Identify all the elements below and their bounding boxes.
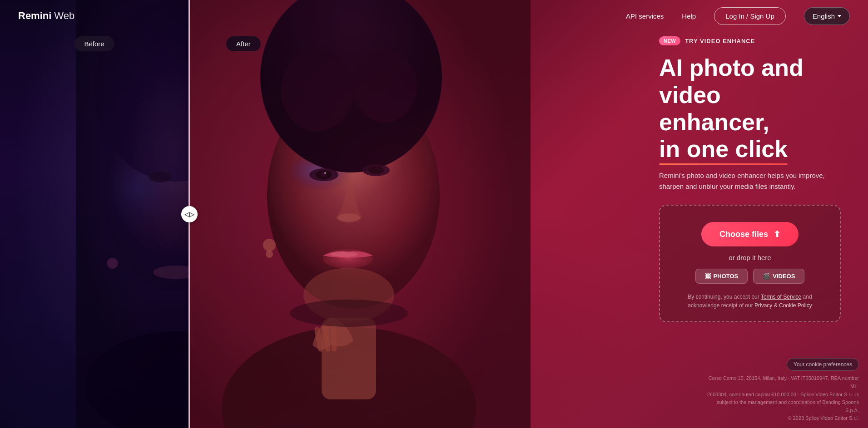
badge-new: NEW [659,36,680,45]
file-type-buttons: 🖼 PHOTOS 🎬 VIDEOS [674,269,826,284]
hero-subtitle: Remini's photo and video enhancer helps … [659,170,841,192]
upload-box: Choose files ⬆ or drop it here 🖼 PHOTOS … [659,205,841,322]
hero-title-highlight: in one click [659,136,788,163]
svg-rect-33 [190,0,531,428]
badge-text: TRY VIDEO ENHANCE [685,38,755,44]
upload-icon: ⬆ [774,229,780,239]
photos-button[interactable]: 🖼 PHOTOS [695,269,748,284]
language-button[interactable]: English [804,7,850,25]
drop-text: or drop it here [674,254,826,261]
logo-web: Web [54,10,74,22]
content-panel: NEW TRY VIDEO ENHANCE AI photo and video… [659,36,841,322]
footer-line3: subject to the management and coordinati… [717,399,859,413]
videos-button[interactable]: 🎬 VIDEOS [753,269,804,284]
logo-remini: Remini [18,10,51,22]
cookie-policy-link[interactable]: Privacy & Cookie Policy [754,302,812,309]
terms-prefix: By continuing, you accept our [688,294,761,300]
cookie-preferences-button[interactable]: Your cookie preferences [787,358,859,371]
image-slider-divider: ◁▷ [188,0,190,428]
nav-links: API services Help Log In / Sign Up Engli… [626,7,850,25]
after-face-svg [190,0,531,428]
language-label: English [813,12,835,20]
nav-help-link[interactable]: Help [682,12,696,20]
login-button[interactable]: Log In / Sign Up [714,7,786,25]
svg-point-6 [149,172,172,182]
hero-title: AI photo and video enhancer, in one clic… [659,54,841,163]
choose-files-label: Choose files [719,230,768,239]
footer-address: Corso Como 15, 20154, Milan, Italy · VAT… [704,374,859,423]
footer-line1: Corso Como 15, 20154, Milan, Italy · VAT… [709,375,859,389]
svg-point-8 [107,258,118,269]
navbar: Remini Web API services Help Log In / Si… [0,0,868,32]
chevron-down-icon [838,15,841,17]
logo: Remini Web [18,10,74,22]
photos-icon: 🖼 [705,273,711,280]
before-label: Before [74,36,114,51]
videos-icon: 🎬 [763,273,770,280]
footer-line2: 2608304, contributed capital €10,000,00 … [707,392,859,397]
badge-row: NEW TRY VIDEO ENHANCE [659,36,841,45]
videos-label: VIDEOS [773,273,795,280]
hero-title-line2-text: enhancer, [659,109,769,135]
terms-text: By continuing, you accept our Terms of S… [674,293,826,310]
nav-api-link[interactable]: API services [626,12,664,20]
footer: Your cookie preferences Corso Como 15, 2… [695,353,868,428]
photos-label: PHOTOS [714,273,739,280]
terms-of-service-link[interactable]: Terms of Service [761,294,801,300]
footer-copyright: © 2023 Splice Video Editor S.r.l. [788,415,859,421]
hero-title-line2: enhancer, in one click [659,109,788,162]
before-face-svg [0,0,188,428]
before-panel: Before [0,0,188,428]
choose-files-button[interactable]: Choose files ⬆ [701,222,799,246]
svg-point-34 [290,300,408,327]
slider-handle[interactable]: ◁▷ [181,206,198,222]
after-panel: After NEW TRY VIDEO ENHANCE AI photo and… [190,0,868,428]
after-label: After [226,36,261,51]
hero-title-line1: AI photo and video [659,54,804,108]
slider-arrows-icon: ◁▷ [184,211,194,218]
